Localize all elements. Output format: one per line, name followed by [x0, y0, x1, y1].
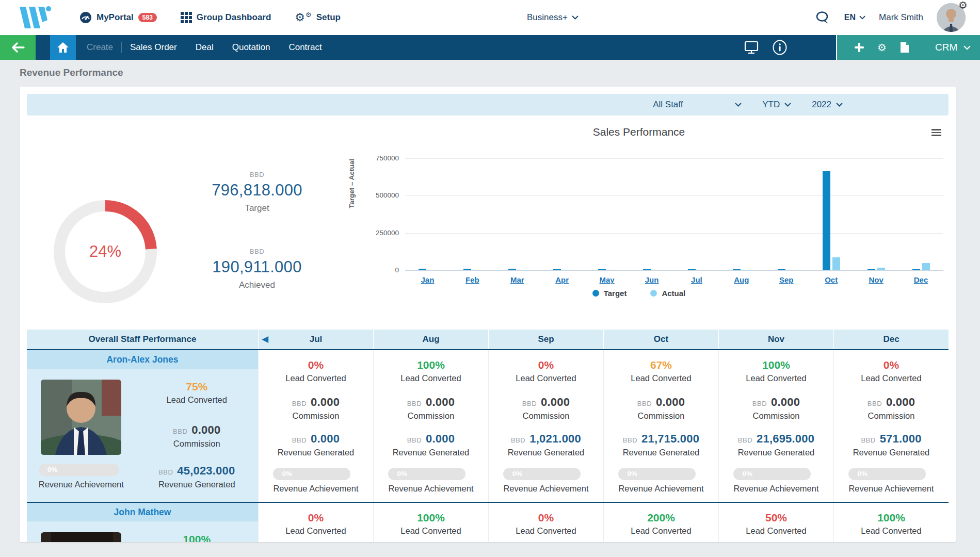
- module-settings-gear-icon[interactable]: ⚙: [877, 42, 887, 53]
- lead-converted-label: Lead Converted: [631, 526, 691, 536]
- commission-value: 0.000: [771, 396, 800, 409]
- user-settings-gear-icon[interactable]: ⚙: [958, 0, 968, 11]
- month-cell-jul: 0%Lead ConvertedBBD0.000CommissionBBD0.0…: [258, 350, 373, 502]
- chat-icon[interactable]: [815, 11, 831, 25]
- back-button[interactable]: [0, 35, 36, 60]
- month-cell-nov: 50%Lead Converted: [718, 503, 833, 542]
- lead-converted-label: Lead Converted: [631, 373, 691, 383]
- chart-month-link-jun[interactable]: Jun: [630, 275, 674, 284]
- nav-myportal[interactable]: MyPortal 583: [79, 11, 157, 24]
- month-cell-aug: 100%Lead Converted: [373, 503, 488, 542]
- commission-stat: BBD0.000Commission: [407, 396, 455, 421]
- nav-setup[interactable]: ⚙ ⚙ Setup: [295, 12, 341, 23]
- chart-gridline: [405, 158, 943, 159]
- commission-stat: BBD0.000Commission: [637, 396, 685, 421]
- commission-label: Commission: [637, 411, 685, 421]
- add-icon[interactable]: [855, 43, 864, 52]
- legend-item-target[interactable]: Target: [592, 289, 627, 298]
- chart-month-link-oct[interactable]: Oct: [809, 275, 854, 284]
- staff-summary-cell: John Mathew100%Lead Converted: [27, 503, 258, 542]
- chart-month-link-jul[interactable]: Jul: [674, 275, 719, 284]
- create-link-sales-order[interactable]: Sales Order: [130, 42, 177, 53]
- revenue-generated-value: 0.000: [311, 432, 340, 446]
- lead-converted-stat: 0%Lead Converted: [516, 359, 576, 383]
- revenue-generated-value-row: BBD0.000: [278, 432, 355, 446]
- nav-group-dashboard-label: Group Dashboard: [197, 12, 271, 23]
- commission-label: Commission: [522, 411, 570, 421]
- business-plus-label: Business+: [527, 12, 568, 23]
- actual-bar-dec: [922, 263, 930, 270]
- staff-photo: [41, 380, 121, 455]
- revenue-generated-value: 45,023.000: [177, 464, 235, 478]
- chart-month-link-jan[interactable]: Jan: [405, 275, 450, 284]
- business-plus-dropdown[interactable]: Business+: [527, 12, 579, 23]
- currency-label: BBD: [292, 400, 307, 407]
- create-link-quotation[interactable]: Quotation: [232, 42, 270, 53]
- currency-label: BBD: [752, 400, 767, 407]
- previous-months-arrow-icon[interactable]: ◀: [262, 334, 268, 344]
- module-toolbar: ⚙ CRM: [836, 35, 980, 60]
- achieved-label: Achieved: [172, 280, 342, 290]
- lead-converted-percent: 0%: [516, 512, 576, 524]
- module-selector[interactable]: CRM: [935, 42, 971, 53]
- nav-separator: [121, 42, 122, 53]
- chart-month-link-may[interactable]: May: [585, 275, 630, 284]
- chart-month-link-feb[interactable]: Feb: [450, 275, 495, 284]
- month-cell-dec: 100%Lead Converted: [833, 503, 949, 542]
- create-link-deal[interactable]: Deal: [196, 42, 214, 53]
- legend-item-actual[interactable]: Actual: [650, 289, 685, 298]
- chart-month-link-sep[interactable]: Sep: [764, 275, 809, 284]
- commission-value-row: BBD0.000: [867, 396, 915, 409]
- currency-label: BBD: [867, 400, 882, 407]
- staff-stats-column: 100%Lead Converted: [136, 532, 258, 542]
- home-button[interactable]: [50, 35, 76, 60]
- revenue-achievement-percent: 0%: [857, 470, 867, 478]
- revenue-achievement-label: Revenue Achievement: [618, 484, 703, 494]
- chart-legend: TargetActual: [329, 289, 949, 298]
- revenue-generated-value-row: BBD21,695.000: [738, 432, 815, 446]
- lead-converted-percent: 0%: [285, 512, 346, 524]
- lead-converted-percent: 100%: [400, 512, 461, 524]
- chart-month-link-aug[interactable]: Aug: [719, 275, 764, 284]
- revenue-generated-value-row: BBD571.000: [853, 432, 930, 446]
- revenue-achievement-percent: 0%: [627, 470, 637, 478]
- month-cell-oct: 200%Lead Converted: [603, 503, 718, 542]
- lead-converted-stat: 0%Lead Converted: [861, 359, 921, 383]
- screen-view-button[interactable]: [744, 35, 759, 60]
- nav-group-dashboard[interactable]: Group Dashboard: [181, 12, 271, 23]
- create-link-contract[interactable]: Contract: [288, 42, 322, 53]
- chart-menu-icon[interactable]: [931, 129, 941, 138]
- lead-converted-stat: 0%Lead Converted: [285, 512, 346, 536]
- month-cell-aug: 100%Lead ConvertedBBD0.000CommissionBBD0…: [373, 350, 488, 502]
- lead-converted-stat: 200%Lead Converted: [631, 512, 691, 536]
- language-dropdown[interactable]: EN: [844, 13, 865, 22]
- currency-label: BBD: [407, 400, 422, 407]
- staff-summary-body: 100%Lead Converted: [27, 521, 258, 542]
- target-bar-oct: [823, 171, 830, 270]
- chart-month-link-nov[interactable]: Nov: [854, 275, 898, 284]
- revenue-achievement-percent: 0%: [397, 470, 407, 478]
- document-icon[interactable]: [900, 42, 909, 53]
- company-logo-icon[interactable]: [15, 5, 53, 30]
- chart-month-link-dec[interactable]: Dec: [898, 275, 943, 284]
- lead-converted-percent: 100%: [400, 359, 461, 371]
- revenue-achievement-percent: 0%: [742, 470, 752, 478]
- chart-month-link-mar[interactable]: Mar: [495, 275, 540, 284]
- month-cell-jul: 0%Lead Converted: [258, 503, 373, 542]
- gear-small-icon: ⚙: [306, 11, 312, 18]
- module-navbar: Create Sales OrderDealQuotationContract …: [0, 35, 980, 60]
- actual-bar-may: [608, 270, 616, 270]
- revenue-achievement-progressbar: 0%: [273, 468, 350, 480]
- lead-converted-percent: 0%: [516, 359, 576, 371]
- revenue-achievement-label: Revenue Achievement: [848, 484, 934, 494]
- actual-bar-jun: [653, 270, 661, 270]
- info-button[interactable]: [772, 35, 788, 60]
- lead-converted-label: Lead Converted: [746, 526, 806, 536]
- kpi-target: BBD 796,818.000 Target: [172, 171, 342, 214]
- currency-label: BBD: [407, 436, 422, 444]
- revenue-achievement-stat: 0%Revenue Achievement: [618, 468, 703, 494]
- commission-stat: BBD0.000Commission: [292, 396, 340, 421]
- create-label: Create: [87, 42, 113, 53]
- lead-converted-percent: 50%: [746, 512, 806, 524]
- chart-month-link-apr[interactable]: Apr: [540, 275, 585, 284]
